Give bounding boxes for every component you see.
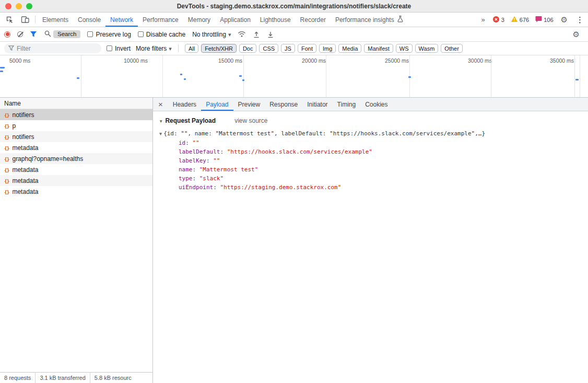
chip-css[interactable]: CSS [259, 44, 278, 53]
clear-network-log-button[interactable] [17, 31, 23, 37]
checkbox-icon[interactable] [87, 31, 93, 37]
tab-response[interactable]: Response [265, 98, 302, 111]
xhr-braces-icon [4, 133, 9, 141]
disable-cache-label: Disable cache [146, 31, 185, 38]
json-property-row: uiEndpoint"https://staging.demo.stackrox… [159, 183, 585, 192]
window-title: DevTools - staging.demo.stackrox.com/mai… [177, 3, 411, 10]
collapse-triangle-icon[interactable] [159, 129, 162, 138]
close-icon[interactable]: × [153, 98, 168, 111]
chip-media[interactable]: Media [338, 44, 361, 53]
chip-all[interactable]: All [185, 44, 198, 53]
devtools-menu-icon[interactable] [572, 13, 588, 27]
json-key: uiEndpoint [179, 184, 220, 191]
filter-icon[interactable] [30, 31, 37, 38]
tab-preview[interactable]: Preview [233, 98, 265, 111]
json-value: "Mattermost test" [199, 166, 258, 173]
tab-elements[interactable]: Elements [38, 13, 73, 27]
table-row[interactable]: metadata [0, 175, 152, 186]
table-row[interactable]: graphql?opname=healths [0, 153, 152, 164]
search-icon [44, 30, 51, 39]
tab-network[interactable]: Network [105, 13, 138, 27]
network-settings-gear-icon[interactable] [569, 30, 584, 39]
timeline-gridline [162, 55, 163, 97]
disable-cache-checkbox[interactable]: Disable cache [138, 31, 185, 38]
table-row[interactable]: metadata [0, 142, 152, 153]
import-har-icon[interactable] [253, 31, 260, 38]
network-conditions-icon[interactable] [238, 31, 246, 38]
request-name: metadata [12, 188, 38, 195]
table-row[interactable]: notifiers [0, 131, 152, 142]
filter-input[interactable] [17, 45, 97, 52]
tab-performance[interactable]: Performance [138, 13, 183, 27]
chip-fetch-xhr[interactable]: Fetch/XHR [201, 44, 237, 53]
resource-size: 5.8 kB resourc [90, 373, 136, 383]
payload-json-tree: {id: "", name: "Mattermost test", labelD… [153, 126, 588, 192]
invert-label: Invert [115, 45, 131, 52]
chip-wasm[interactable]: Wasm [415, 44, 439, 53]
chip-js[interactable]: JS [281, 44, 295, 53]
xhr-braces-icon [4, 111, 9, 119]
tab-initiator[interactable]: Initiator [302, 98, 332, 111]
tab-memory[interactable]: Memory [183, 13, 215, 27]
filter-input-box[interactable] [4, 43, 101, 53]
chip-doc[interactable]: Doc [239, 44, 257, 53]
chip-manifest[interactable]: Manifest [364, 44, 393, 53]
chip-other[interactable]: Other [441, 44, 463, 53]
timeline-label: 30000 ms [468, 57, 492, 64]
checkbox-icon[interactable] [107, 45, 112, 51]
table-row[interactable]: metadata [0, 186, 152, 197]
request-name: notifiers [12, 111, 34, 119]
issues-badge[interactable]: 106 [532, 13, 556, 27]
error-badge[interactable]: 3 [489, 13, 508, 27]
json-key: id [179, 140, 193, 146]
record-network-log-button[interactable] [4, 31, 10, 38]
network-overview-timeline[interactable]: 5000 ms 10000 ms 15000 ms 20000 ms 25000… [0, 55, 588, 98]
network-toolbar: Search Preserve log Disable cache No thr… [0, 27, 588, 42]
export-har-icon[interactable] [267, 31, 274, 38]
table-row[interactable]: metadata [0, 164, 152, 175]
issues-count: 106 [544, 17, 553, 23]
table-row[interactable]: notifiers [0, 109, 152, 120]
fullscreen-window-button[interactable] [26, 3, 32, 9]
view-source-toggle[interactable]: view source [234, 117, 267, 124]
chip-font[interactable]: Font [298, 44, 316, 53]
more-filters-button[interactable]: More filters [136, 45, 172, 52]
minimize-window-button[interactable] [16, 3, 22, 9]
checkbox-icon[interactable] [138, 31, 144, 37]
throttling-select[interactable]: No throttling [192, 31, 231, 38]
tab-timing[interactable]: Timing [333, 98, 361, 111]
request-name: p [12, 122, 16, 130]
devtools-settings-gear-icon[interactable] [557, 13, 572, 27]
request-name: metadata [12, 144, 38, 152]
tab-payload[interactable]: Payload [201, 98, 233, 111]
warning-badge[interactable]: 676 [508, 13, 532, 27]
tab-application[interactable]: Application [215, 13, 255, 27]
close-window-button[interactable] [5, 3, 11, 9]
collapse-triangle-icon[interactable] [159, 117, 163, 124]
table-row[interactable]: p [0, 120, 152, 131]
json-key: labelKey [179, 157, 213, 164]
device-toolbar-icon[interactable] [17, 13, 33, 27]
chevron-down-icon [169, 45, 172, 52]
tab-cookies[interactable]: Cookies [360, 98, 392, 111]
tab-performance-insights[interactable]: Performance insights [331, 13, 408, 27]
json-root-row[interactable]: {id: "", name: "Mattermost test", labelD… [159, 129, 585, 138]
preserve-log-checkbox[interactable]: Preserve log [87, 31, 131, 38]
tab-headers[interactable]: Headers [168, 98, 201, 111]
throttling-value: No throttling [192, 31, 226, 38]
search-button[interactable]: Search [44, 30, 80, 39]
name-column-header[interactable]: Name [0, 98, 152, 109]
tab-lighthouse[interactable]: Lighthouse [255, 13, 296, 27]
invert-checkbox[interactable]: Invert [107, 45, 131, 52]
chip-img[interactable]: Img [319, 44, 336, 53]
tab-console[interactable]: Console [73, 13, 105, 27]
more-panels-button[interactable]: » [477, 13, 489, 27]
json-key: type [179, 175, 199, 182]
chip-ws[interactable]: WS [396, 44, 413, 53]
xhr-braces-icon [4, 166, 9, 173]
tab-recorder[interactable]: Recorder [296, 13, 331, 27]
funnel-icon [8, 45, 14, 52]
request-count: 8 requests [0, 373, 36, 383]
inspect-element-icon[interactable] [2, 13, 17, 27]
network-filter-bar: Invert More filters All Fetch/XHR Doc CS… [0, 42, 588, 55]
